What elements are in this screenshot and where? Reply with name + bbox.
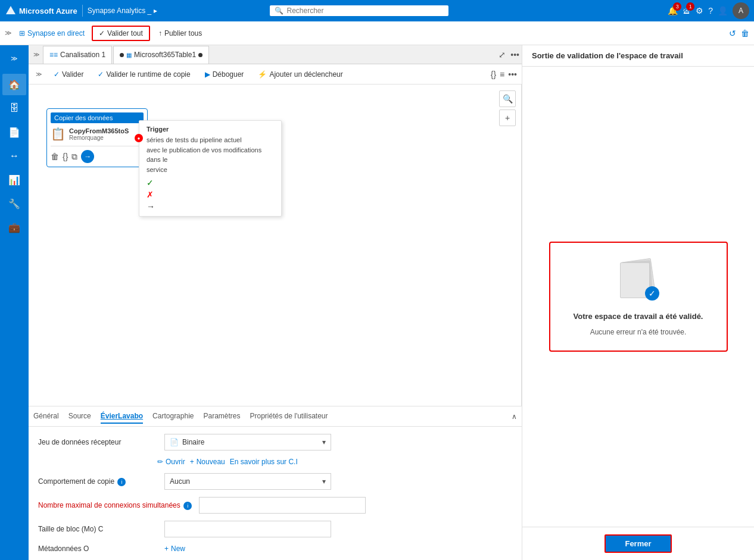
valider-btn[interactable]: ✓ Valider [49,68,88,80]
param-icon[interactable]: ≡ [500,70,504,79]
right-panel-header: Sortie de validation de l'espace de trav… [522,45,754,67]
code-icon[interactable]: {} [491,70,496,79]
debuguer-label: Déboguer [213,70,244,79]
pipeline-area: Copier des données 📋 CopyFromM365toS Rem… [29,85,522,406]
activity-header-label: Copier des données [54,114,113,121]
toolbar-expand[interactable]: ≫ [33,71,44,77]
sidebar-expand-icon[interactable]: ≫ [2,48,26,69]
avatar[interactable]: A [733,2,749,19]
second-bar-right: ↺ 🗑 [729,29,749,38]
search-input[interactable] [287,7,444,15]
main-layout: ≫ 🏠 🗄 📄 ↔ 📊 🔧 💼 ≫ ≡≡ Canalisation 1 ▦ Mi… [0,45,754,560]
sidebar-monitor-icon[interactable]: 📊 [2,169,26,190]
act-copy-btn[interactable]: ⧉ [71,152,77,162]
help-btn[interactable]: ? [708,6,713,15]
valider-tout-icon: ✓ [99,29,105,37]
fermer-button[interactable]: Fermer [605,534,671,553]
search-canvas-btn[interactable]: 🔍 [499,90,516,107]
activity-icon: 📋 [51,127,66,141]
tab-expand-icon[interactable]: ⤢ [498,50,506,60]
delete-icon[interactable]: 🗑 [741,29,749,38]
synapse-direct-icon: ⊞ [19,29,25,37]
notifications-btn[interactable]: 🔔 3 [668,6,678,15]
table-icon: ▦ [126,52,132,58]
bottom-form: Jeu de données récepteur 📄 Binaire ▾ ✏ O… [29,427,522,560]
tabs-expand[interactable]: ≫ [31,51,42,58]
tab-proprietes[interactable]: Propriétés de l'utilisateur [250,409,328,424]
refresh-icon[interactable]: ↺ [729,29,736,38]
tab-parametres[interactable]: Paramètres [203,409,240,424]
tab-right-controls: ⤢ ••• [498,50,519,60]
nouveau-btn[interactable]: + Nouveau [190,458,225,466]
dataset-chevron: ▾ [322,438,326,446]
valider-tout-btn[interactable]: ✓ Valider tout [92,26,150,41]
search-bar[interactable]: 🔍 [270,5,448,16]
user-btn[interactable]: 👤 [718,6,728,15]
ajouter-declencheur-btn[interactable]: ⚡ Ajouter un déclencheur [253,68,347,80]
debuguer-btn[interactable]: ▶ Déboguer [200,68,249,80]
activity-header: Copier des données [51,112,144,123]
new-meta-btn[interactable]: + New [164,545,185,553]
activity-box[interactable]: Copier des données 📋 CopyFromM365toS Rem… [46,108,148,167]
synapse-label[interactable]: Synapse Analytics _ ▸ [88,7,157,15]
alerts-badge: 1 [686,2,694,11]
synapse-direct-label: Synapse en direct [27,29,85,37]
zoom-in-btn[interactable]: + [499,110,516,126]
canalisation-tab[interactable]: ≡≡ Canalisation 1 [43,46,112,64]
tooltip-line1: séries de tests du pipeline actuel [147,136,242,143]
toolbar-right: {} ≡ ••• [491,70,517,79]
activity-name: CopyFromM365toS [69,127,129,134]
ouvrir-btn[interactable]: ✏ Ouvrir [157,458,185,466]
tab-more-icon[interactable]: ••• [510,50,519,60]
ouvrir-icon: ✏ [157,458,163,466]
nouveau-icon: + [190,458,194,466]
tab-dot [120,53,124,57]
en-savoir-link[interactable]: En savoir plus sur C.I [230,458,298,466]
settings-btn[interactable]: ⚙ [696,6,703,15]
sidebar-pipeline-icon[interactable]: ↔ [2,145,26,167]
publier-icon: ↑ [158,29,162,37]
tab-source[interactable]: Source [68,409,91,424]
ouvrir-label: Ouvrir [166,458,185,466]
act-code-btn[interactable]: {} [63,152,68,161]
taille-input[interactable] [164,521,331,537]
comportement-select[interactable]: Aucun ▾ [164,473,331,490]
taille-field[interactable] [170,525,326,533]
synapse-direct-btn[interactable]: ⊞ Synapse en direct [14,27,89,40]
sidebar-tools-icon[interactable]: 🔧 [2,193,26,214]
sidebar-doc-icon[interactable]: 📄 [2,121,26,143]
more-icon[interactable]: ••• [508,70,517,79]
synapse-text: Synapse Analytics _ [88,7,151,15]
sidebar-home-icon[interactable]: 🏠 [2,74,26,95]
tabs-bar: ≫ ≡≡ Canalisation 1 ▦ Microsoft365Table1… [29,45,522,64]
sidebar-bag-icon[interactable]: 💼 [2,217,26,238]
comportement-chevron: ▾ [322,477,326,486]
valider-runtime-btn[interactable]: ✓ Valider le runtime de copie [93,68,195,80]
connexions-input[interactable] [199,497,366,514]
second-bar-expand[interactable]: ≫ [5,29,12,37]
canvas-divider [521,85,522,406]
act-delete-btn[interactable]: 🗑 [51,152,59,161]
search-icon: 🔍 [275,7,283,15]
new-meta-label: New [171,545,185,553]
act-arrow-btn[interactable]: → [81,150,94,163]
connexions-row: Nombre maximal de connexions simultanées… [38,497,512,514]
azure-logo[interactable]: Microsoft Azure [5,5,77,17]
activity-actions: 🗑 {} ⧉ → [51,146,144,163]
svg-marker-1 [6,6,15,14]
dataset-select[interactable]: 📄 Binaire ▾ [164,434,331,450]
bottom-tabs: Général Source ÉvierLavabo Cartographie … [29,406,522,427]
alerts-btn[interactable]: 🛎 1 [683,6,691,15]
publier-tous-btn[interactable]: ↑ Publier tous [152,27,208,40]
bottom-collapse-btn[interactable]: ∧ [512,412,517,421]
tab-general[interactable]: Général [33,409,59,424]
tab-cartographie[interactable]: Cartographie [152,409,194,424]
right-panel-body: ✓ Votre espace de travail a été validé. … [522,67,754,527]
connexions-field[interactable] [204,501,360,509]
taille-row: Taille de bloc (Mo) C [38,521,512,537]
table-tab[interactable]: ▦ Microsoft365Table1 [113,46,209,64]
tab-evier[interactable]: ÉvierLavabo [101,409,143,424]
canvas-section: Copier des données 📋 CopyFromM365toS Rem… [29,85,522,406]
sidebar-db-icon[interactable]: 🗄 [2,98,26,119]
comportement-row: Comportement de copie i Aucun ▾ [38,473,512,490]
